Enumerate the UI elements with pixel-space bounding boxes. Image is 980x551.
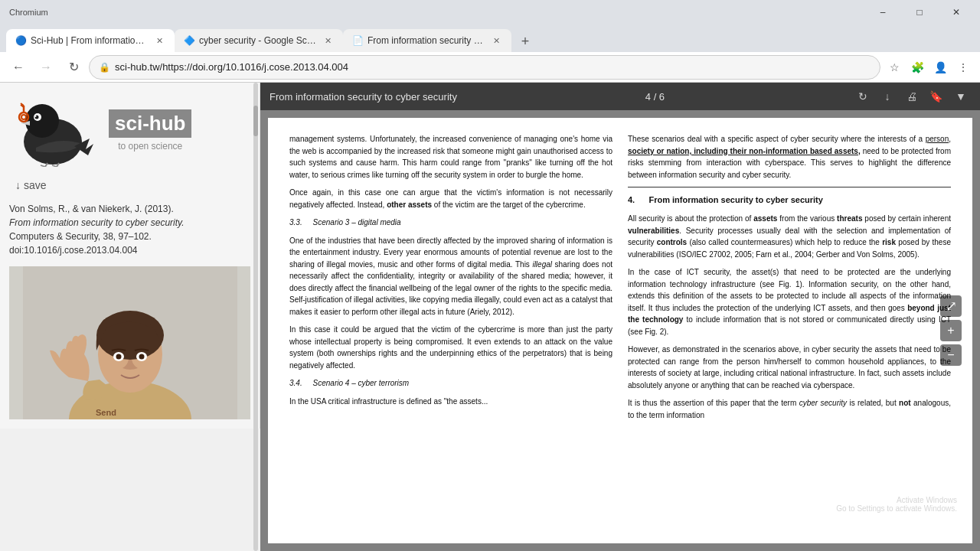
menu-button[interactable]: ⋮ (952, 57, 974, 78)
citation-journal: Computers & Security, 38, 97–102. (9, 231, 152, 242)
save-button[interactable]: ↓ save (9, 176, 250, 194)
tab-label-pdf: From information security to cyb... (368, 35, 485, 46)
tab-scihub[interactable]: 🔵 Sci-Hub | From information secu... ✕ (6, 29, 175, 52)
pdf-s4-para-2: In the case of ICT security, the asset(s… (628, 266, 951, 337)
reload-button[interactable]: ↻ (61, 55, 86, 80)
close-button[interactable]: ✕ (939, 0, 974, 24)
pdf-para-3: One of the industries that have been dir… (289, 235, 612, 318)
pdf-para-2: Once again, in this case one can argue t… (289, 187, 612, 210)
svg-point-26 (139, 354, 144, 360)
pdf-toolbar: From information security to cyber secur… (260, 83, 980, 110)
pdf-refresh-button[interactable]: ↻ (853, 86, 873, 106)
pdf-bookmark-button[interactable]: 🔖 (926, 86, 946, 106)
pdf-scenario-4-heading: 3.4. Scenario 4 – cyber terrorism (289, 377, 612, 390)
pdf-toolbar-actions: ↻ ↓ 🖨 🔖 ▼ (853, 86, 971, 106)
pdf-zoom-out-button[interactable]: − (940, 344, 962, 366)
pdf-divider (628, 187, 951, 187)
pdf-right-column: These scenarios deal with a specific asp… (628, 133, 951, 528)
svg-line-11 (41, 165, 45, 167)
nav-actions: ☆ 🧩 👤 ⋮ (884, 57, 974, 78)
pdf-scenario-3-heading: 3.3. Scenario 3 – digital media (289, 217, 612, 229)
pdf-viewer: From information security to cyber secur… (260, 83, 980, 551)
sidebar-logo: sci-hub to open science (9, 92, 250, 168)
svg-point-1 (25, 104, 59, 138)
scrollbar-track (253, 83, 258, 551)
pdf-para-5: In the USA critical infrastructure is de… (289, 396, 612, 408)
pdf-left-column: management systems. Unfortunately, the i… (289, 133, 612, 528)
pdf-s4-para-1: All security is about the protection of … (628, 213, 951, 260)
sidebar-scrollbar[interactable] (253, 83, 259, 551)
new-tab-button[interactable]: + (514, 31, 536, 52)
browser-title: Chromium (6, 8, 862, 17)
pdf-page[interactable]: management systems. Unfortunately, the i… (268, 118, 972, 543)
minimize-button[interactable]: – (865, 0, 900, 24)
url-text: sci-hub.tw/https://doi.org/10.1016/j.cos… (115, 61, 348, 73)
back-button[interactable]: ← (6, 55, 31, 80)
tab-label-scholar: cyber security - Google Scholar (199, 35, 317, 46)
svg-line-15 (52, 165, 57, 167)
address-bar[interactable]: 🔒 sci-hub.tw/https://doi.org/10.1016/j.c… (89, 55, 880, 80)
pdf-zoom-controls: ⤢ + − (940, 295, 962, 366)
main-content: sci-hub to open science ↓ save Von Solms… (0, 83, 980, 551)
pdf-para-1: management systems. Unfortunately, the i… (289, 133, 612, 181)
logo-title-box: sci-hub (109, 109, 191, 138)
citation-block: Von Solms, R., & van Niekerk, J. (2013).… (9, 202, 250, 257)
citation-title: From information security to cyber secur… (9, 217, 185, 228)
svg-point-25 (116, 354, 121, 360)
pdf-s4-para-4: It is thus the assertion of this paper t… (628, 397, 951, 421)
pdf-fullscreen-button[interactable]: ⤢ (940, 295, 962, 317)
window-controls: – □ ✕ (865, 0, 974, 24)
citation-doi: doi:10.1016/j.cose.2013.04.004 (9, 245, 137, 256)
tab-pdf[interactable]: 📄 From information security to cyb... ✕ (343, 29, 511, 52)
svg-point-6 (21, 115, 26, 119)
scrollbar-thumb (253, 106, 258, 136)
svg-text:Send: Send (96, 408, 116, 417)
person-image: Send (23, 266, 237, 419)
forward-button[interactable]: → (34, 55, 58, 80)
pdf-s4-para-3: However, as demonstrated in the scenario… (628, 344, 951, 391)
logo-subtitle: to open science (109, 141, 191, 152)
logo-title: sci-hub (115, 112, 185, 135)
profile-button[interactable]: 👤 (929, 57, 951, 78)
browser-chrome: Chromium – □ ✕ 🔵 Sci-Hub | From informat… (0, 0, 980, 83)
tab-close-pdf[interactable]: ✕ (490, 34, 502, 47)
save-label: ↓ save (15, 179, 46, 191)
tab-favicon-scihub: 🔵 (15, 35, 26, 46)
title-bar: Chromium – □ ✕ (0, 0, 980, 24)
svg-point-4 (35, 116, 37, 117)
bookmark-button[interactable]: ☆ (884, 57, 905, 78)
tab-label-scihub: Sci-Hub | From information secu... (31, 35, 149, 46)
logo-text-area: sci-hub to open science (109, 109, 191, 152)
tab-close-scholar[interactable]: ✕ (322, 34, 334, 47)
pdf-para-4: In this case it could be argued that the… (289, 324, 612, 371)
lock-icon: 🔒 (99, 62, 110, 73)
pdf-content: management systems. Unfortunately, the i… (260, 110, 980, 551)
pdf-print-button[interactable]: 🖨 (902, 86, 922, 106)
person-photo: Send (9, 266, 250, 419)
tab-favicon-scholar: 🔷 (184, 35, 194, 46)
pdf-zoom-in-button[interactable]: + (940, 320, 962, 341)
scihub-bird-logo (9, 92, 101, 168)
tab-scholar[interactable]: 🔷 cyber security - Google Scholar ✕ (175, 29, 343, 52)
pdf-section4-title: 4. From information security to cyber se… (628, 194, 951, 207)
maximize-button[interactable]: □ (902, 0, 937, 24)
sidebar-container: sci-hub to open science ↓ save Von Solms… (0, 83, 260, 551)
pdf-right-intro: These scenarios deal with a specific asp… (628, 133, 951, 181)
citation-authors: Von Solms, R., & van Niekerk, J. (2013). (9, 204, 174, 214)
pdf-download-button[interactable]: ↓ (877, 86, 897, 106)
sidebar: sci-hub to open science ↓ save Von Solms… (0, 83, 260, 429)
tab-bar: 🔵 Sci-Hub | From information secu... ✕ 🔷… (0, 24, 980, 52)
tab-favicon-pdf: 📄 (352, 35, 363, 46)
pdf-more-button[interactable]: ▼ (951, 86, 971, 106)
tab-close-scihub[interactable]: ✕ (153, 34, 165, 47)
pdf-page-info: 4 / 6 (645, 91, 665, 103)
extensions-button[interactable]: 🧩 (906, 57, 928, 78)
nav-bar: ← → ↻ 🔒 sci-hub.tw/https://doi.org/10.10… (0, 52, 980, 83)
pdf-title: From information security to cyber secur… (270, 91, 457, 103)
